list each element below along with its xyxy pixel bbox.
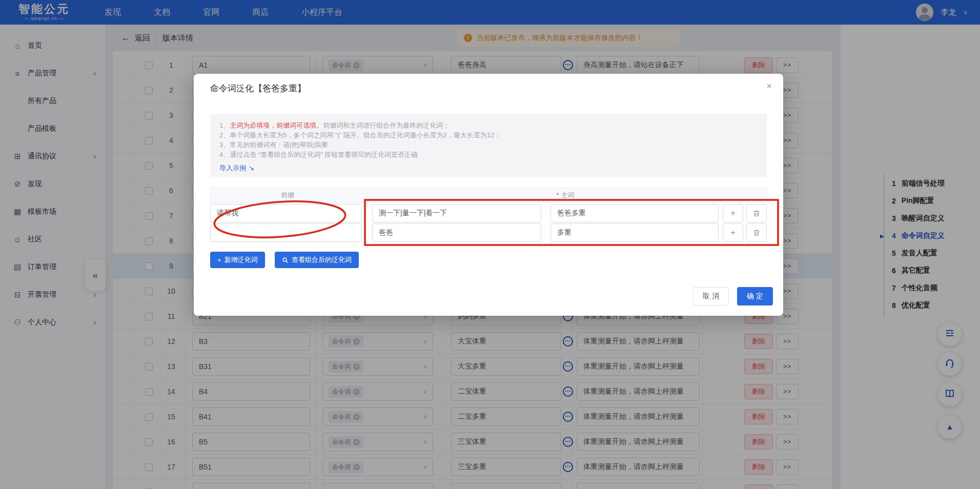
column-header-main: *主词: [364, 191, 766, 200]
instruction-text: 通过点击 “查看组合后的泛化词” 按钮查看填写的泛化词是否正确: [230, 151, 418, 158]
instruction-text: 前缀词和主词进行组合作为最终的泛化词；: [323, 121, 450, 129]
prefix-input[interactable]: [210, 204, 362, 222]
main-word-input-2[interactable]: [550, 204, 719, 222]
instruction-number: 1、: [219, 121, 230, 129]
column-header-prefix: 前缀: [211, 191, 364, 200]
add-generalization-button[interactable]: + 新增泛化词: [210, 252, 265, 268]
search-icon: [282, 257, 289, 263]
plus-icon: +: [217, 256, 221, 264]
modal-title: 命令词泛化【爸爸多重】: [210, 83, 306, 94]
instruction-line: 4、通过点击 “查看组合后的泛化词” 按钮查看填写的泛化词是否正确: [219, 150, 758, 159]
instruction-highlight: 主词为必填项，前缀词可选填。: [230, 121, 323, 129]
generalization-modal: 命令词泛化【爸爸多重】 × 1、主词为必填项，前缀词可选填。前缀词和主词进行组合…: [194, 74, 783, 316]
main-word-input-2[interactable]: [550, 223, 719, 242]
instruction-number: 3、: [219, 141, 230, 149]
delete-row-button[interactable]: [746, 204, 767, 222]
import-example-label: 导入示例: [219, 163, 246, 173]
import-example-link[interactable]: 导入示例↘: [219, 163, 254, 173]
view-combined-button[interactable]: 查看组合后的泛化词: [275, 252, 359, 268]
external-link-icon: ↘: [249, 163, 254, 173]
instruction-number: 4、: [219, 151, 230, 158]
main-word-input-1[interactable]: [372, 204, 541, 222]
cancel-button[interactable]: 取 消: [693, 287, 729, 305]
instruction-text: 单个词最大长度为5，多个词之间用 “|” 隔开。组合后的泛化词最小长度为2，最大…: [230, 131, 501, 139]
instruction-line: 1、主词为必填项，前缀词可选填。前缀词和主词进行组合作为最终的泛化词；: [219, 120, 758, 130]
main-word-input-1[interactable]: [372, 223, 541, 242]
instruction-number: 2、: [219, 131, 230, 139]
add-word-button[interactable]: +: [723, 223, 743, 242]
instruction-line: 2、单个词最大长度为5，多个词之间用 “|” 隔开。组合后的泛化词最小长度为2，…: [219, 130, 758, 140]
modal-form-header: 前缀 *主词: [210, 188, 767, 203]
instruction-line: 3、常见的前缀词有：请|把|帮我|我要: [219, 140, 758, 150]
modal-instructions: 1、主词为必填项，前缀词可选填。前缀词和主词进行组合作为最终的泛化词；2、单个词…: [210, 114, 767, 177]
prefix-input[interactable]: [210, 223, 362, 242]
add-word-button[interactable]: +: [723, 204, 743, 222]
required-asterisk: *: [556, 191, 559, 199]
instruction-text: 常见的前缀词有：请|把|帮我|我要: [230, 141, 328, 149]
confirm-button[interactable]: 确 定: [737, 287, 773, 305]
delete-row-button[interactable]: [746, 223, 767, 242]
close-icon[interactable]: ×: [766, 80, 772, 92]
